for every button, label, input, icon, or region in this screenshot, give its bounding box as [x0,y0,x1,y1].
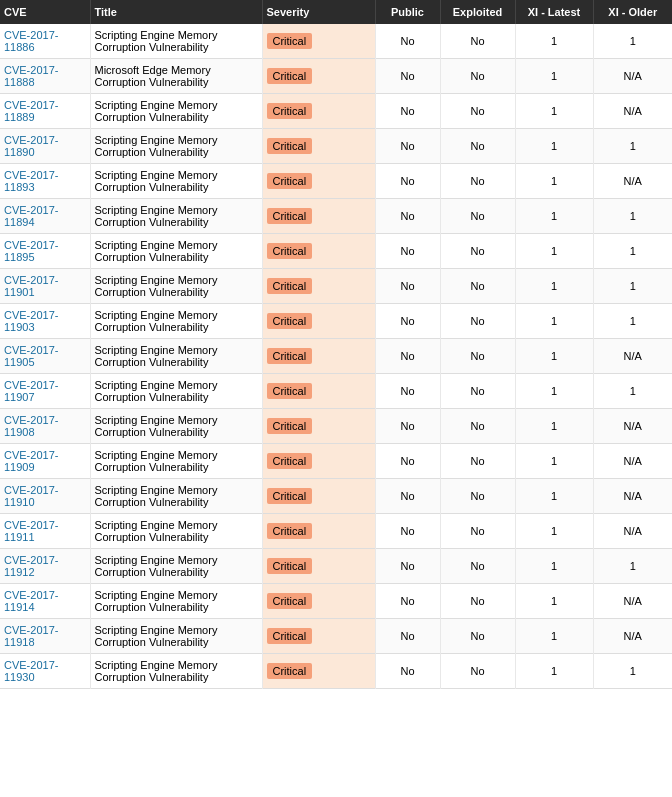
table-row: CVE-2017-11918 Scripting Engine Memory C… [0,619,672,654]
cve-cell[interactable]: CVE-2017-11903 [0,304,90,339]
cve-link[interactable]: CVE-2017-11889 [4,99,58,123]
cve-link[interactable]: CVE-2017-11888 [4,64,58,88]
xi-older-cell: 1 [593,269,672,304]
cve-link[interactable]: CVE-2017-11907 [4,379,58,403]
public-cell: No [375,619,440,654]
cve-cell[interactable]: CVE-2017-11886 [0,24,90,59]
title-cell: Scripting Engine Memory Corruption Vulne… [90,514,262,549]
table-row: CVE-2017-11895 Scripting Engine Memory C… [0,234,672,269]
cve-link[interactable]: CVE-2017-11905 [4,344,58,368]
cve-cell[interactable]: CVE-2017-11901 [0,269,90,304]
cve-cell[interactable]: CVE-2017-11930 [0,654,90,689]
severity-badge: Critical [267,208,313,224]
exploited-cell: No [440,409,515,444]
public-cell: No [375,514,440,549]
severity-badge: Critical [267,593,313,609]
title-cell: Scripting Engine Memory Corruption Vulne… [90,374,262,409]
cve-cell[interactable]: CVE-2017-11911 [0,514,90,549]
xi-older-cell: 1 [593,199,672,234]
exploited-cell: No [440,584,515,619]
cve-cell[interactable]: CVE-2017-11912 [0,549,90,584]
cve-cell[interactable]: CVE-2017-11909 [0,444,90,479]
xi-older-cell: 1 [593,374,672,409]
table-row: CVE-2017-11889 Scripting Engine Memory C… [0,94,672,129]
public-cell: No [375,59,440,94]
cve-cell[interactable]: CVE-2017-11893 [0,164,90,199]
severity-cell: Critical [262,269,375,304]
severity-cell: Critical [262,94,375,129]
cve-cell[interactable]: CVE-2017-11890 [0,129,90,164]
cve-link[interactable]: CVE-2017-11912 [4,554,58,578]
col-header-xi-latest: XI - Latest [515,0,593,24]
exploited-cell: No [440,129,515,164]
xi-older-cell: N/A [593,619,672,654]
cve-link[interactable]: CVE-2017-11894 [4,204,58,228]
xi-latest-cell: 1 [515,514,593,549]
severity-badge: Critical [267,418,313,434]
severity-badge: Critical [267,348,313,364]
cve-cell[interactable]: CVE-2017-11905 [0,339,90,374]
cve-cell[interactable]: CVE-2017-11894 [0,199,90,234]
cve-link[interactable]: CVE-2017-11914 [4,589,58,613]
public-cell: No [375,444,440,479]
severity-badge: Critical [267,68,313,84]
cve-link[interactable]: CVE-2017-11901 [4,274,58,298]
xi-latest-cell: 1 [515,164,593,199]
xi-latest-cell: 1 [515,479,593,514]
cve-cell[interactable]: CVE-2017-11888 [0,59,90,94]
table-row: CVE-2017-11910 Scripting Engine Memory C… [0,479,672,514]
table-row: CVE-2017-11912 Scripting Engine Memory C… [0,549,672,584]
vulnerabilities-table: CVE Title Severity Public Exploited XI -… [0,0,672,689]
title-cell: Scripting Engine Memory Corruption Vulne… [90,654,262,689]
table-header-row: CVE Title Severity Public Exploited XI -… [0,0,672,24]
title-cell: Scripting Engine Memory Corruption Vulne… [90,444,262,479]
cve-link[interactable]: CVE-2017-11909 [4,449,58,473]
severity-badge: Critical [267,558,313,574]
cve-link[interactable]: CVE-2017-11890 [4,134,58,158]
xi-older-cell: N/A [593,164,672,199]
cve-cell[interactable]: CVE-2017-11910 [0,479,90,514]
table-row: CVE-2017-11890 Scripting Engine Memory C… [0,129,672,164]
severity-badge: Critical [267,628,313,644]
public-cell: No [375,234,440,269]
xi-latest-cell: 1 [515,549,593,584]
table-row: CVE-2017-11888 Microsoft Edge Memory Cor… [0,59,672,94]
severity-cell: Critical [262,339,375,374]
cve-link[interactable]: CVE-2017-11893 [4,169,58,193]
cve-cell[interactable]: CVE-2017-11895 [0,234,90,269]
severity-badge: Critical [267,523,313,539]
cve-link[interactable]: CVE-2017-11910 [4,484,58,508]
cve-link[interactable]: CVE-2017-11911 [4,519,58,543]
cve-link[interactable]: CVE-2017-11908 [4,414,58,438]
exploited-cell: No [440,164,515,199]
xi-older-cell: 1 [593,234,672,269]
xi-older-cell: N/A [593,479,672,514]
xi-latest-cell: 1 [515,59,593,94]
cve-cell[interactable]: CVE-2017-11918 [0,619,90,654]
cve-cell[interactable]: CVE-2017-11914 [0,584,90,619]
severity-badge: Critical [267,138,313,154]
severity-cell: Critical [262,304,375,339]
cve-link[interactable]: CVE-2017-11903 [4,309,58,333]
table-row: CVE-2017-11911 Scripting Engine Memory C… [0,514,672,549]
severity-badge: Critical [267,278,313,294]
table-row: CVE-2017-11908 Scripting Engine Memory C… [0,409,672,444]
xi-older-cell: N/A [593,584,672,619]
severity-badge: Critical [267,173,313,189]
xi-latest-cell: 1 [515,339,593,374]
exploited-cell: No [440,444,515,479]
title-cell: Scripting Engine Memory Corruption Vulne… [90,409,262,444]
severity-badge: Critical [267,313,313,329]
cve-link[interactable]: CVE-2017-11886 [4,29,58,53]
xi-older-cell: 1 [593,549,672,584]
cve-cell[interactable]: CVE-2017-11908 [0,409,90,444]
exploited-cell: No [440,59,515,94]
cve-cell[interactable]: CVE-2017-11907 [0,374,90,409]
title-cell: Microsoft Edge Memory Corruption Vulnera… [90,59,262,94]
exploited-cell: No [440,339,515,374]
title-cell: Scripting Engine Memory Corruption Vulne… [90,584,262,619]
cve-cell[interactable]: CVE-2017-11889 [0,94,90,129]
cve-link[interactable]: CVE-2017-11930 [4,659,58,683]
cve-link[interactable]: CVE-2017-11918 [4,624,58,648]
cve-link[interactable]: CVE-2017-11895 [4,239,58,263]
